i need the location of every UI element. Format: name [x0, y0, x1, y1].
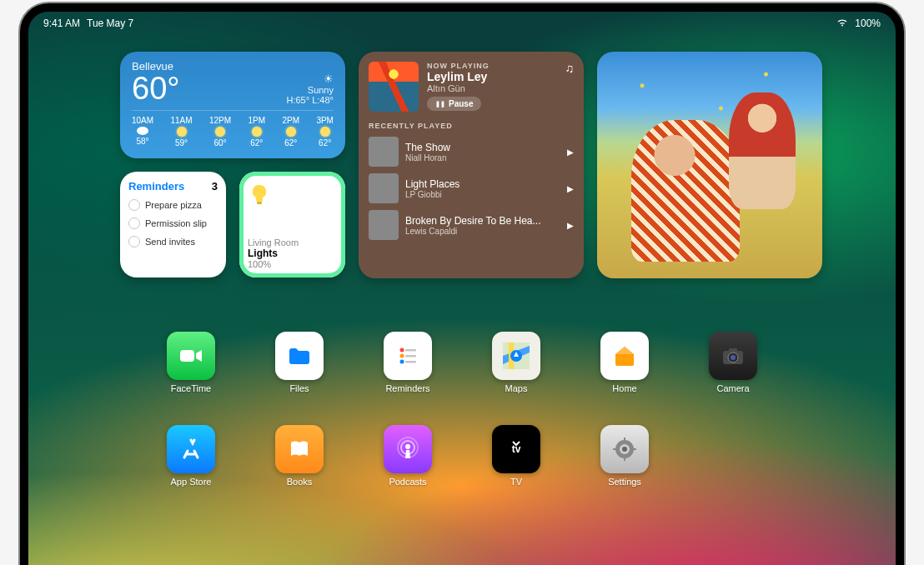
- music-note-icon: ♫: [565, 62, 575, 112]
- wifi-icon: [836, 18, 848, 29]
- svg-point-2: [400, 348, 404, 352]
- app-books[interactable]: Books: [245, 425, 354, 487]
- hour-label: 2PM: [282, 116, 299, 125]
- track-artist: LP Giobbi: [405, 190, 560, 199]
- radio-circle-icon[interactable]: [128, 236, 140, 248]
- hour-temp: 60°: [214, 138, 227, 148]
- hour-temp: 62°: [250, 138, 263, 148]
- app-label: Settings: [608, 477, 641, 487]
- reminder-item[interactable]: Send invites: [128, 236, 218, 248]
- app-files[interactable]: Files: [245, 332, 354, 393]
- reminder-item[interactable]: Permission slip: [128, 218, 218, 229]
- app-podcasts[interactable]: Podcasts: [354, 425, 462, 487]
- track-row[interactable]: Broken By Desire To Be Hea...Lewis Capal…: [369, 210, 574, 240]
- sun-icon: [320, 127, 330, 137]
- album-art: [369, 62, 419, 112]
- track-row[interactable]: The ShowNiall Horan ▶: [369, 137, 574, 167]
- radio-circle-icon[interactable]: [128, 199, 140, 211]
- svg-rect-3: [405, 349, 416, 352]
- photo-content: [597, 52, 822, 278]
- app-settings[interactable]: Settings: [570, 425, 679, 487]
- hour-temp: 58°: [137, 137, 149, 146]
- reminders-icon: [384, 332, 432, 380]
- svg-rect-0: [257, 202, 262, 204]
- hour-label: 1PM: [249, 116, 266, 125]
- sun-icon: [177, 127, 187, 137]
- now-playing-title: Leylim Ley: [427, 70, 557, 83]
- track-title: The Show: [405, 142, 560, 153]
- weather-widget[interactable]: Bellevue 60° ☀︎ Sunny H:65° L:48° 10AM58…: [120, 52, 345, 158]
- app-maps[interactable]: Maps: [462, 332, 570, 393]
- svg-rect-10: [729, 348, 737, 352]
- track-artist: Niall Horan: [405, 153, 560, 162]
- app-label: Home: [612, 383, 636, 393]
- weather-hilo: H:65° L:48°: [287, 95, 334, 105]
- svg-point-19: [622, 447, 627, 452]
- track-title: Light Places: [405, 178, 560, 190]
- app-facetime[interactable]: FaceTime: [137, 332, 245, 393]
- facetime-icon: [167, 332, 215, 380]
- track-title: Broken By Desire To Be Hea...: [405, 215, 560, 227]
- play-icon[interactable]: ▶: [567, 184, 574, 193]
- app-label: Reminders: [385, 383, 429, 393]
- now-playing-artist: Altın Gün: [427, 83, 557, 93]
- svg-point-4: [400, 354, 404, 358]
- reminders-title: Reminders: [128, 180, 184, 192]
- weather-condition: Sunny: [287, 85, 334, 95]
- sun-icon: [252, 127, 262, 137]
- weather-temp: 60°: [132, 72, 179, 104]
- hour-label: 3PM: [316, 116, 334, 125]
- hour-label: 11AM: [171, 116, 193, 125]
- app-home[interactable]: Home: [570, 332, 679, 393]
- hour-temp: 62°: [319, 138, 331, 148]
- weather-hourly: 10AM58° 11AM59° 12PM60° 1PM62° 2PM62° 3P…: [132, 110, 334, 148]
- appstore-icon: [167, 425, 215, 473]
- reminder-text: Permission slip: [145, 218, 207, 228]
- home-icon: [600, 332, 649, 380]
- track-row[interactable]: Light PlacesLP Giobbi ▶: [369, 173, 574, 203]
- app-camera[interactable]: Camera: [679, 332, 787, 393]
- app-label: TV: [510, 477, 522, 487]
- photos-widget[interactable]: [597, 52, 822, 278]
- status-time: 9:41 AM: [43, 18, 80, 29]
- maps-icon: [492, 332, 540, 380]
- pause-button[interactable]: Pause: [427, 97, 481, 111]
- play-icon[interactable]: ▶: [567, 221, 574, 230]
- reminder-text: Send invites: [145, 237, 195, 247]
- app-label: Camera: [716, 383, 749, 393]
- svg-point-13: [405, 444, 410, 449]
- status-date: Tue May 7: [87, 18, 133, 29]
- track-art: [369, 173, 399, 203]
- app-tv[interactable]: tv TV: [462, 425, 570, 487]
- app-label: Files: [289, 383, 309, 393]
- status-battery: 100%: [855, 18, 881, 29]
- tv-icon: tv: [492, 425, 540, 473]
- track-art: [369, 210, 399, 240]
- status-bar: 9:41 AM Tue May 7 100%: [28, 12, 896, 32]
- music-widget[interactable]: NOW PLAYING Leylim Ley Altın Gün Pause ♫…: [359, 52, 584, 278]
- radio-circle-icon[interactable]: [128, 218, 140, 229]
- now-playing-label: NOW PLAYING: [427, 62, 557, 70]
- app-label: App Store: [171, 477, 212, 487]
- recently-played-label: RECENTLY PLAYED: [369, 122, 574, 130]
- sun-icon: [286, 127, 296, 137]
- app-label: Podcasts: [389, 477, 426, 487]
- svg-rect-23: [633, 448, 636, 450]
- app-label: FaceTime: [171, 383, 212, 393]
- app-label: Books: [287, 477, 313, 487]
- podcasts-icon: [384, 425, 432, 473]
- reminders-widget[interactable]: Reminders3 Prepare pizza Permission slip…: [120, 172, 226, 278]
- svg-rect-21: [624, 458, 625, 461]
- svg-rect-22: [613, 448, 616, 450]
- app-reminders[interactable]: Reminders: [354, 332, 462, 393]
- home-screen[interactable]: 9:41 AM Tue May 7 100% Bellevue 60° ☀︎ S…: [28, 12, 896, 565]
- home-level: 100%: [248, 259, 337, 269]
- files-icon: [275, 332, 324, 380]
- ipad-device-frame: 9:41 AM Tue May 7 100% Bellevue 60° ☀︎ S…: [20, 3, 904, 565]
- app-label: Maps: [505, 383, 528, 393]
- reminder-item[interactable]: Prepare pizza: [128, 199, 218, 211]
- play-icon[interactable]: ▶: [567, 148, 574, 157]
- lightbulb-icon: [249, 183, 269, 207]
- app-appstore[interactable]: App Store: [137, 425, 245, 487]
- home-lights-widget[interactable]: Living Room Lights 100%: [239, 172, 345, 278]
